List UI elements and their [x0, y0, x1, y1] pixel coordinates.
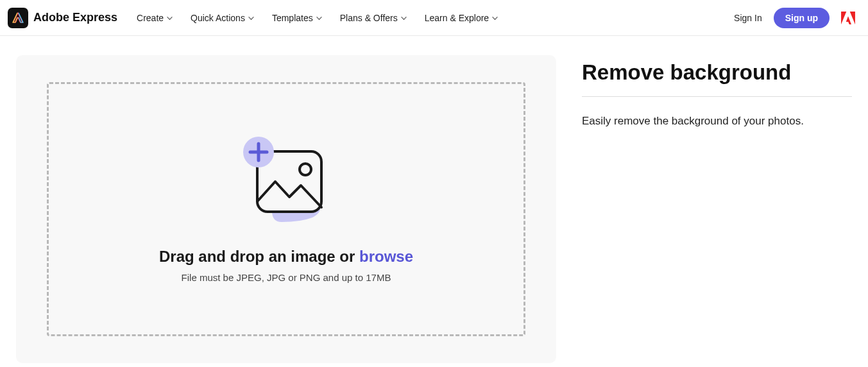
drop-zone[interactable]: Drag and drop an image or browse File mu… [47, 82, 525, 336]
browse-link[interactable]: browse [359, 248, 413, 265]
nav-learn-label: Learn & Explore [425, 13, 489, 23]
header-actions: Sign In Sign up [734, 8, 855, 28]
nav-learn[interactable]: Learn & Explore [425, 13, 498, 23]
chevron-down-icon [248, 13, 254, 23]
nav-plans[interactable]: Plans & Offers [340, 13, 407, 23]
drop-title-prefix: Drag and drop an image or [159, 248, 359, 265]
page-title: Remove background [582, 60, 852, 97]
sign-in-link[interactable]: Sign In [734, 13, 762, 23]
drop-zone-title: Drag and drop an image or browse [159, 248, 413, 266]
brand-name: Adobe Express [33, 11, 117, 24]
chevron-down-icon [316, 13, 322, 23]
chevron-down-icon [492, 13, 498, 23]
nav-templates[interactable]: Templates [272, 13, 322, 23]
page-description: Easily remove the background of your pho… [582, 113, 852, 130]
drop-zone-subtitle: File must be JPEG, JPG or PNG and up to … [182, 272, 391, 283]
info-panel: Remove background Easily remove the back… [582, 55, 852, 363]
adobe-express-logo-icon [8, 8, 28, 28]
main-content: Drag and drop an image or browse File mu… [0, 36, 868, 363]
chevron-down-icon [401, 13, 407, 23]
nav-plans-label: Plans & Offers [340, 13, 398, 23]
upload-image-icon [237, 135, 336, 228]
app-header: Adobe Express Create Quick Actions Templ… [0, 0, 868, 36]
sign-up-button[interactable]: Sign up [774, 8, 830, 28]
brand-logo-group[interactable]: Adobe Express [8, 8, 117, 28]
nav-create-label: Create [137, 13, 164, 23]
upload-panel: Drag and drop an image or browse File mu… [16, 55, 556, 363]
nav-create[interactable]: Create [137, 13, 173, 23]
nav-quick-actions[interactable]: Quick Actions [191, 13, 254, 23]
nav-quick-actions-label: Quick Actions [191, 13, 245, 23]
adobe-logo-icon[interactable] [841, 12, 855, 24]
main-nav: Create Quick Actions Templates Plans & O… [137, 13, 734, 23]
nav-templates-label: Templates [272, 13, 313, 23]
chevron-down-icon [167, 13, 173, 23]
